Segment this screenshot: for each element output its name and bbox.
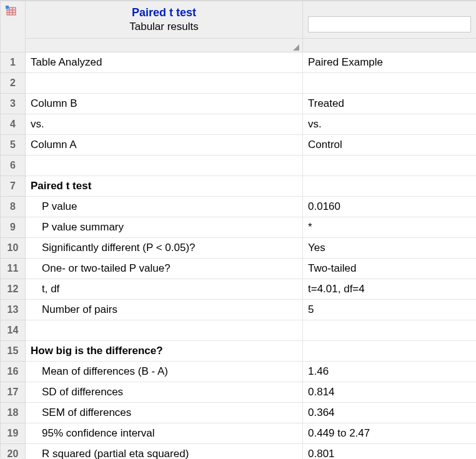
label-cell[interactable]: [26, 320, 303, 341]
value-cell[interactable]: 1.46: [303, 362, 477, 382]
value-cell[interactable]: [303, 73, 477, 94]
row-number[interactable]: 18: [1, 403, 26, 423]
table-row: 20R squared (partial eta squared)0.801: [1, 444, 477, 460]
label-cell[interactable]: Mean of differences (B - A): [26, 362, 303, 382]
column-sub-value[interactable]: [303, 39, 477, 52]
svg-rect-5: [6, 6, 9, 9]
table-row: 7Paired t test: [1, 176, 477, 197]
row-number[interactable]: 11: [1, 259, 26, 279]
label-cell[interactable]: Number of pairs: [26, 300, 303, 320]
table-row: 17SD of differences0.814: [1, 382, 477, 403]
value-cell[interactable]: Treated: [303, 94, 477, 114]
value-cell[interactable]: vs.: [303, 114, 477, 135]
column-header-value-input[interactable]: [308, 16, 471, 32]
table-row: 1Table AnalyzedPaired Example: [1, 52, 477, 73]
table-row: 1995% confidence interval0.449 to 2.47: [1, 423, 477, 444]
row-number[interactable]: 4: [1, 114, 26, 135]
value-cell[interactable]: 0.0160: [303, 197, 477, 217]
label-cell[interactable]: SD of differences: [26, 382, 303, 403]
value-cell[interactable]: [303, 176, 477, 197]
table-icon: [6, 5, 17, 19]
table-row: 11One- or two-tailed P value?Two-tailed: [1, 259, 477, 279]
row-number[interactable]: 15: [1, 341, 26, 362]
select-all-triangle-icon: [293, 44, 299, 51]
column-header-value[interactable]: [303, 1, 477, 39]
table-row: 12t, dft=4.01, df=4: [1, 279, 477, 300]
corner-cell[interactable]: [1, 1, 26, 52]
table-row: 6: [1, 155, 477, 176]
row-number[interactable]: 1: [1, 52, 26, 73]
value-cell[interactable]: [303, 155, 477, 176]
label-cell[interactable]: [26, 73, 303, 94]
row-number[interactable]: 8: [1, 197, 26, 217]
row-number[interactable]: 5: [1, 135, 26, 155]
label-cell[interactable]: SEM of differences: [26, 403, 303, 423]
table-row: 5Column AControl: [1, 135, 477, 155]
row-number[interactable]: 10: [1, 238, 26, 259]
page-title: Paired t test: [26, 6, 302, 19]
value-cell[interactable]: Paired Example: [303, 52, 477, 73]
value-cell[interactable]: Control: [303, 135, 477, 155]
table-row: 15How big is the difference?: [1, 341, 477, 362]
value-cell[interactable]: 5: [303, 300, 477, 320]
label-cell[interactable]: Table Analyzed: [26, 52, 303, 73]
results-table: Paired t test Tabular results 1Table Ana…: [0, 1, 476, 459]
label-cell[interactable]: P value summary: [26, 217, 303, 238]
value-cell[interactable]: Two-tailed: [303, 259, 477, 279]
label-cell[interactable]: 95% confidence interval: [26, 423, 303, 444]
table-row: 9P value summary*: [1, 217, 477, 238]
label-cell[interactable]: Column B: [26, 94, 303, 114]
value-cell[interactable]: 0.449 to 2.47: [303, 423, 477, 444]
row-number[interactable]: 12: [1, 279, 26, 300]
row-number[interactable]: 16: [1, 362, 26, 382]
value-cell[interactable]: 0.364: [303, 403, 477, 423]
table-row: 13Number of pairs5: [1, 300, 477, 320]
label-cell[interactable]: One- or two-tailed P value?: [26, 259, 303, 279]
table-row: 4vs.vs.: [1, 114, 477, 135]
row-number[interactable]: 9: [1, 217, 26, 238]
label-cell[interactable]: How big is the difference?: [26, 341, 303, 362]
label-cell[interactable]: R squared (partial eta squared): [26, 444, 303, 460]
value-cell[interactable]: 0.814: [303, 382, 477, 403]
table-row: 10Significantly different (P < 0.05)?Yes: [1, 238, 477, 259]
label-cell[interactable]: Column A: [26, 135, 303, 155]
row-number[interactable]: 3: [1, 94, 26, 114]
row-number[interactable]: 13: [1, 300, 26, 320]
value-cell[interactable]: [303, 320, 477, 341]
label-cell[interactable]: Significantly different (P < 0.05)?: [26, 238, 303, 259]
label-cell[interactable]: P value: [26, 197, 303, 217]
table-row: 3Column BTreated: [1, 94, 477, 114]
page-subtitle: Tabular results: [26, 21, 302, 33]
row-number[interactable]: 7: [1, 176, 26, 197]
label-cell[interactable]: vs.: [26, 114, 303, 135]
column-sub-label[interactable]: [26, 39, 303, 52]
table-row: 14: [1, 320, 477, 341]
value-cell[interactable]: *: [303, 217, 477, 238]
row-number[interactable]: 20: [1, 444, 26, 460]
column-header-label[interactable]: Paired t test Tabular results: [26, 1, 303, 39]
value-cell[interactable]: [303, 341, 477, 362]
label-cell[interactable]: [26, 155, 303, 176]
table-row: 18SEM of differences0.364: [1, 403, 477, 423]
label-cell[interactable]: Paired t test: [26, 176, 303, 197]
row-number[interactable]: 14: [1, 320, 26, 341]
table-row: 16Mean of differences (B - A)1.46: [1, 362, 477, 382]
value-cell[interactable]: 0.801: [303, 444, 477, 460]
table-row: 8P value0.0160: [1, 197, 477, 217]
row-number[interactable]: 19: [1, 423, 26, 444]
results-sheet: Paired t test Tabular results 1Table Ana…: [0, 0, 476, 459]
row-number[interactable]: 2: [1, 73, 26, 94]
table-row: 2: [1, 73, 477, 94]
row-number[interactable]: 6: [1, 155, 26, 176]
value-cell[interactable]: Yes: [303, 238, 477, 259]
label-cell[interactable]: t, df: [26, 279, 303, 300]
row-number[interactable]: 17: [1, 382, 26, 403]
value-cell[interactable]: t=4.01, df=4: [303, 279, 477, 300]
